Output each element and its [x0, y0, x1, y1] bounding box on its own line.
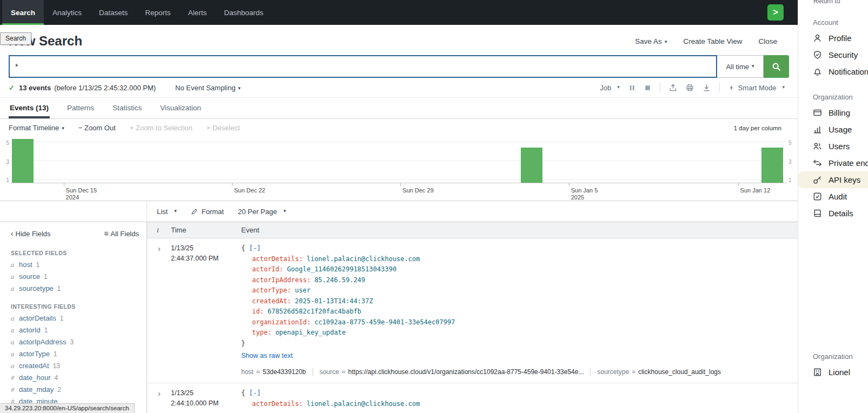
panel-item-organization-lionel[interactable]: Lionel [798, 364, 868, 381]
panel-item-usage[interactable]: Usage [798, 121, 868, 138]
zoom-out-label: Zoom Out [84, 124, 116, 132]
panel-item-api-keys[interactable]: API keys [798, 171, 868, 188]
field-item-host[interactable]: ahost1 [0, 259, 147, 271]
stop-button[interactable] [644, 84, 651, 91]
search-button[interactable] [764, 55, 789, 78]
save-as-button[interactable]: Save As [635, 37, 667, 45]
print-button[interactable] [686, 84, 694, 92]
timeline-bar[interactable] [761, 148, 783, 183]
job-menu[interactable]: Job [600, 84, 620, 92]
nav-item-datasets[interactable]: Datasets [90, 0, 136, 25]
per-page-dropdown[interactable]: 20 Per Page [238, 208, 286, 216]
timeline-plot[interactable] [11, 137, 787, 183]
pause-button[interactable] [628, 84, 635, 91]
field-item-actorDetails[interactable]: aactorDetails1 [0, 312, 147, 324]
all-fields-button[interactable]: All Fields [104, 229, 139, 238]
meta-field[interactable]: sourcetype [597, 367, 629, 378]
field-item-actorIpAddress[interactable]: aactorIpAddress3 [0, 336, 147, 348]
shield-check-icon [813, 50, 822, 59]
return-to-link[interactable]: Return to [813, 0, 840, 5]
y-axis-label: 1 [3, 177, 9, 183]
hide-fields-button[interactable]: Hide Fields [11, 229, 51, 238]
field-item-source[interactable]: asource1 [0, 271, 147, 283]
field-type-icon: a [11, 338, 15, 347]
tick-mark [738, 183, 739, 186]
y-axis-label: 3 [3, 159, 9, 165]
bar-chart-icon [813, 125, 822, 134]
timeline-bar[interactable] [12, 139, 34, 183]
nav-item-analytics[interactable]: Analytics [44, 0, 90, 25]
column-header-info[interactable]: i [147, 226, 171, 235]
x-axis-tick: Sun Dec 22 [232, 183, 265, 194]
nav-item-dashboards[interactable]: Dashboards [215, 0, 272, 25]
field-item-createdAt[interactable]: acreatedAt13 [0, 360, 147, 372]
format-timeline-dropdown[interactable]: Format Timeline [9, 124, 64, 132]
field-item-date_mday[interactable]: #date_mday2 [0, 384, 147, 396]
field-type-icon: a [11, 350, 15, 358]
nav-item-alerts[interactable]: Alerts [180, 0, 216, 25]
search-input[interactable] [10, 56, 716, 77]
panel-item-private-endpoints[interactable]: Private endpoints [798, 155, 868, 171]
x-axis-tick: Sun Jan 12 [738, 183, 771, 194]
collapse-json-link[interactable]: [-] [249, 244, 261, 252]
tick-mark [400, 183, 401, 186]
search-mode-label: Smart Mode [738, 84, 777, 92]
panel-item-security[interactable]: Security [798, 46, 868, 63]
panel-item-users[interactable]: Users [798, 138, 868, 155]
share-icon [669, 84, 677, 92]
column-header-event[interactable]: Event [241, 226, 798, 234]
field-item-sourcetype[interactable]: asourcetype1 [0, 283, 147, 295]
nav-item-reports[interactable]: Reports [136, 0, 179, 25]
share-button[interactable] [669, 84, 677, 92]
list-view-dropdown[interactable]: List [157, 208, 177, 216]
close-button[interactable]: Close [758, 37, 777, 45]
create-table-view-button[interactable]: Create Table View [683, 37, 742, 45]
nav-item-label: Reports [145, 9, 170, 17]
panel-item-notifications[interactable]: Notifications [798, 63, 868, 80]
export-button[interactable] [703, 84, 711, 92]
time-range-picker[interactable]: All time [717, 55, 764, 78]
timeline-bar[interactable] [521, 148, 542, 183]
collapse-json-link[interactable]: [-] [249, 389, 261, 397]
field-item-date_hour[interactable]: #date_hour4 [0, 372, 147, 384]
zoom-to-selection-button[interactable]: Zoom to Selection [130, 124, 193, 132]
format-timeline-label: Format Timeline [9, 124, 59, 132]
meta-field[interactable]: host [241, 367, 254, 378]
row-expander-chevron[interactable] [147, 243, 171, 377]
tab-events[interactable]: Events (13) [9, 98, 50, 118]
y-axis-label: 5 [3, 140, 9, 146]
panel-item-profile[interactable]: Profile [798, 30, 868, 46]
zoom-out-button[interactable]: Zoom Out [78, 124, 116, 132]
format-label: Format [202, 208, 224, 216]
job-status-left: 13 events (before 1/13/25 2:45:32.000 PM… [9, 84, 241, 92]
show-raw-text-link[interactable]: Show as raw text [241, 351, 798, 362]
deselect-button[interactable]: Deselect [207, 124, 240, 132]
event-meta: host53de4339120b sourcehttps://api.click… [241, 367, 798, 378]
nav-hover-tooltip: Search [0, 32, 31, 45]
tab-patterns[interactable]: Patterns [66, 98, 95, 118]
y-axis-label: 1 [789, 177, 795, 183]
job-controls: Job Smart Mode [600, 83, 785, 92]
panel-item-audit[interactable]: Audit [798, 188, 868, 205]
panel-item-label: Billing [829, 108, 850, 117]
page-header: New Search Save As Create Table View Clo… [0, 25, 798, 55]
nav-item-search[interactable]: Search [2, 0, 44, 25]
event-sampling-dropdown[interactable]: No Event Sampling [175, 84, 241, 92]
app-logo-icon[interactable]: > [767, 4, 784, 21]
panel-item-billing[interactable]: Billing [798, 104, 868, 121]
tab-statistics[interactable]: Statistics [111, 98, 143, 118]
column-header-time[interactable]: Time [171, 226, 241, 234]
panel-item-label: Details [829, 209, 853, 218]
format-button[interactable]: Format [191, 208, 224, 216]
row-expander-chevron[interactable] [147, 388, 171, 409]
search-mode-dropdown[interactable]: Smart Mode [728, 84, 785, 92]
field-item-actorType[interactable]: aactorType1 [0, 348, 147, 360]
panel-item-label: Notifications [829, 67, 868, 76]
field-item-actorId[interactable]: aactorId1 [0, 324, 147, 336]
panel-item-label: Users [829, 142, 850, 151]
panel-item-details[interactable]: Details [798, 205, 868, 222]
print-icon [686, 84, 694, 92]
event-count: 13 events [19, 84, 51, 92]
meta-field[interactable]: source [320, 367, 339, 378]
tab-visualization[interactable]: Visualization [159, 98, 202, 118]
